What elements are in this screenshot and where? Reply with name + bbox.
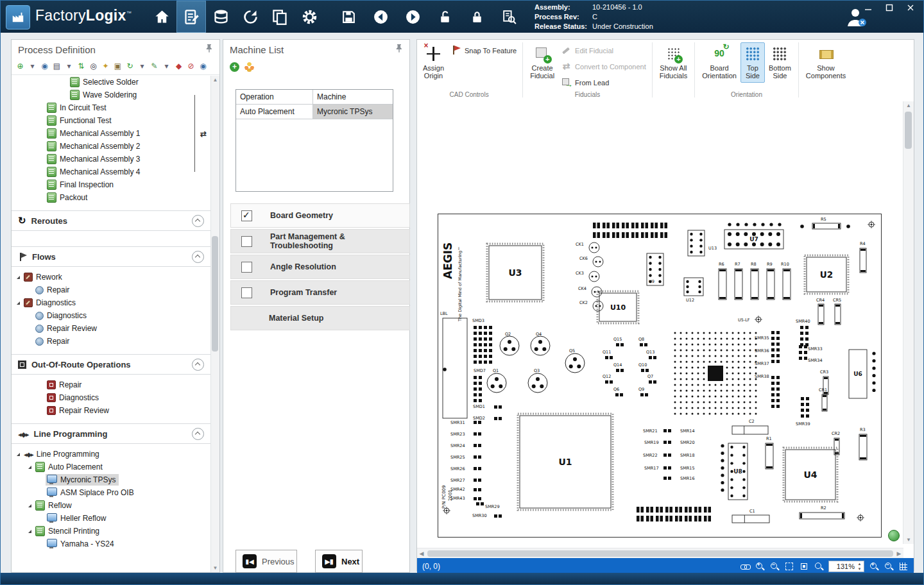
convert-to-component-button[interactable]: ⇄Convert to Component (558, 58, 649, 74)
tree-item-flow[interactable]: Repair (12, 335, 210, 348)
info-icon[interactable]: ◉ (198, 62, 208, 72)
tree-item-operation[interactable]: In Circuit Test (12, 101, 210, 114)
add-operation-icon[interactable]: ⊕ (15, 62, 25, 72)
unlock-icon[interactable] (431, 1, 459, 33)
zoom-out-tool-icon[interactable]: − (769, 561, 780, 572)
scroll-down-icon[interactable]: ▼ (211, 564, 219, 572)
tree-item-line-programming[interactable]: Mycronic TPSys (12, 473, 210, 486)
expander-icon[interactable] (28, 466, 31, 469)
wizard-step-row[interactable]: Part Management & Troubleshooting (230, 229, 410, 253)
print-icon[interactable]: ▤ (52, 62, 62, 72)
step-checkbox[interactable] (241, 210, 252, 221)
zoom-extents-tool-icon[interactable] (799, 561, 809, 572)
cad-vertical-scrollbar[interactable]: ▲ ▼ (903, 101, 914, 544)
scrollbar-thumb[interactable] (212, 236, 218, 352)
expander-icon[interactable] (28, 530, 31, 533)
zoom-spin-down-icon[interactable]: ▼ (856, 566, 863, 572)
fit-view-button[interactable] (888, 530, 900, 541)
collapse-section-button[interactable] (192, 428, 204, 440)
tree-item-operation[interactable]: Functional Test (12, 114, 210, 127)
tree-item-line-programming[interactable]: Auto Placement (12, 461, 210, 473)
link-icon[interactable]: ◉ (40, 62, 49, 72)
tree-item-out-of-route[interactable]: Repair Review (12, 404, 210, 417)
tree-item-flow[interactable]: Repair (12, 284, 210, 296)
zoom-level-input[interactable]: 131%▲▼ (828, 561, 864, 572)
magnifier-tool-icon[interactable] (814, 561, 824, 572)
tree-item-line-programming[interactable]: ◂◆▸Line Programming (12, 448, 210, 461)
audit-search-icon[interactable] (495, 1, 523, 33)
zoom-minus-tool-icon[interactable]: − (884, 561, 894, 572)
tree-item-line-programming[interactable]: Reflow (12, 499, 210, 512)
wizard-step-row[interactable]: Program Transfer (230, 280, 410, 305)
find-icon[interactable]: ◎ (89, 62, 98, 72)
table-row[interactable]: Auto PlacementMycronic TPSys (236, 105, 393, 119)
section-header-out-of-route-operations[interactable]: Out-Of-Route Operations (12, 354, 210, 375)
tree-item-flow[interactable]: Repair Review (12, 322, 210, 335)
tree-item-flow[interactable]: Rework (12, 271, 210, 284)
sync-icon[interactable] (235, 1, 265, 33)
tree-item-line-programming[interactable]: ASM Siplace Pro OIB (12, 486, 210, 499)
grid-tool-icon[interactable] (898, 561, 909, 572)
add-dropdown-icon[interactable]: ▾ (28, 62, 37, 72)
snap-to-feature-button[interactable]: Snap To Feature (448, 42, 519, 58)
section-header-line-programming[interactable]: Line Programming (12, 423, 210, 444)
material-logistics-icon[interactable] (206, 1, 235, 33)
show-components-button[interactable]: ShowComponents (802, 42, 850, 83)
create-fiducial-button[interactable]: +CreateFiducial (526, 42, 558, 83)
link-tool-icon[interactable] (740, 561, 750, 572)
rearrange-icon[interactable]: ⇅ (76, 62, 86, 72)
tree-item-out-of-route[interactable]: Repair (12, 378, 210, 391)
tree-item-operation[interactable]: Mechanical Assembly 3 (12, 153, 210, 165)
step-checkbox[interactable] (241, 236, 252, 247)
zoom-spin-up-icon[interactable]: ▲ (856, 561, 863, 566)
tree-item-line-programming[interactable]: Stencil Printing (12, 525, 210, 538)
step-checkbox[interactable] (241, 287, 252, 298)
process-definition-icon[interactable] (176, 1, 206, 33)
documents-icon[interactable] (265, 1, 295, 33)
factorylogix-logo-icon[interactable] (6, 5, 30, 30)
key-icon[interactable]: ✦ (101, 62, 110, 72)
board-orientation-button[interactable]: 90↻BoardOrientation (698, 42, 740, 83)
tree-item-operation[interactable]: Packout (12, 191, 210, 204)
collapse-section-button[interactable] (192, 359, 204, 371)
expander-icon[interactable] (17, 276, 20, 279)
wizard-step-row[interactable]: Material Setup (230, 306, 410, 330)
left-panel-scrollbar[interactable]: ▲ ▼ (210, 76, 219, 572)
close-button[interactable] (905, 3, 916, 12)
pin-icon[interactable] (205, 44, 213, 55)
tree-item-operation[interactable]: Mechanical Assembly 2 (12, 140, 210, 153)
tree-item-operation[interactable]: Mechanical Assembly 4 (12, 165, 210, 178)
tree-item-flow[interactable]: Diagnostics (12, 296, 210, 309)
bottom-side-button[interactable]: BottomSide (765, 42, 795, 83)
maximize-button[interactable] (884, 3, 894, 12)
wizard-step-row[interactable]: Angle Resolution (230, 255, 410, 279)
zoom-plus-tool-icon[interactable]: + (869, 561, 879, 572)
machine-cell[interactable]: Mycronic TPSys (313, 105, 393, 119)
scroll-down-icon[interactable]: ▼ (903, 536, 914, 544)
previous-button[interactable]: ▮◀ Previous (235, 550, 297, 573)
collapse-section-button[interactable] (192, 251, 204, 263)
tree-item-line-programming[interactable]: Yamaha - YS24 (12, 538, 210, 550)
from-lead-button[interactable]: →From Lead (558, 74, 649, 90)
section-header-flows[interactable]: Flows (12, 246, 210, 267)
minimize-button[interactable] (863, 3, 873, 12)
tree-item-operation[interactable]: Mechanical Assembly 1 (12, 127, 210, 140)
pcb-drawing[interactable]: AEGISThe Digital Mind of Manufacturing™U… (438, 214, 882, 538)
expander-icon[interactable] (28, 504, 31, 507)
scrollbar-thumb[interactable] (905, 112, 912, 149)
refresh-icon[interactable]: ↻ (125, 62, 135, 72)
tree-item-line-programming[interactable]: Heller Reflow (12, 512, 210, 525)
tree-item-operation[interactable]: Selective Solder (12, 76, 210, 89)
scroll-up-icon[interactable]: ▲ (211, 76, 219, 84)
brush-icon[interactable]: ✎ (150, 62, 159, 72)
back-icon[interactable] (366, 1, 395, 33)
lock-icon[interactable] (463, 1, 491, 33)
expander-icon[interactable] (17, 453, 20, 456)
forward-icon[interactable] (398, 1, 427, 33)
expander-icon[interactable] (17, 301, 20, 305)
cad-viewport[interactable]: AEGISThe Digital Mind of Manufacturing™U… (417, 101, 903, 544)
pin-red-icon[interactable]: ◆ (174, 62, 184, 72)
collapse-section-button[interactable] (192, 215, 204, 227)
scroll-right-icon[interactable]: ▶ (894, 549, 903, 558)
zoom-window-tool-icon[interactable] (784, 561, 794, 572)
